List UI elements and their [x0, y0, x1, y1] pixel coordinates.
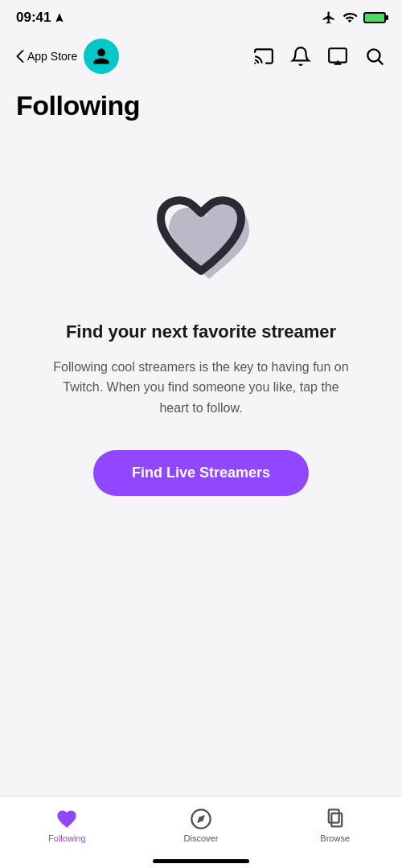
user-icon	[92, 47, 111, 66]
time-label: 09:41	[16, 10, 51, 26]
page-title-section: Following	[0, 84, 402, 134]
find-live-streamers-button[interactable]: Find Live Streamers	[93, 450, 309, 496]
following-tab-label: Following	[48, 833, 85, 843]
search-icon	[364, 46, 385, 67]
tab-discover[interactable]: Discover	[134, 805, 269, 843]
tab-browse[interactable]: Browse	[268, 805, 402, 843]
discover-tab-icon	[190, 808, 212, 830]
browse-icon	[324, 808, 347, 830]
bell-icon	[290, 46, 311, 67]
nav-bar: App Store	[0, 32, 402, 84]
heart-illustration	[137, 182, 265, 295]
notification-button[interactable]	[289, 45, 312, 68]
message-button[interactable]	[326, 45, 349, 68]
cast-button[interactable]	[252, 45, 275, 68]
svg-marker-4	[197, 815, 205, 823]
description: Following cool streamers is the key to h…	[48, 357, 354, 419]
status-bar: 09:41	[0, 0, 402, 32]
status-time: 09:41	[16, 10, 65, 26]
main-content: Find your next favorite streamer Followi…	[0, 134, 402, 512]
heart-icon-svg	[137, 182, 265, 295]
location-arrow-icon	[54, 12, 65, 23]
back-label: App Store	[27, 50, 77, 63]
home-indicator	[153, 859, 249, 863]
wifi-icon	[343, 10, 357, 25]
back-arrow-icon	[16, 50, 24, 63]
search-button[interactable]	[363, 45, 386, 68]
tab-following[interactable]: Following	[0, 805, 134, 843]
nav-left: App Store	[16, 39, 119, 74]
status-icons	[322, 10, 386, 25]
browse-tab-label: Browse	[320, 833, 350, 843]
tab-bar: Following Discover Browse	[0, 796, 402, 868]
message-icon	[327, 46, 348, 67]
compass-icon	[190, 808, 212, 830]
svg-rect-5	[329, 809, 339, 822]
cast-icon	[253, 46, 274, 67]
heart-tab-icon	[55, 808, 78, 830]
subtitle: Find your next favorite streamer	[66, 321, 336, 344]
svg-point-0	[254, 63, 256, 64]
nav-icons	[252, 45, 386, 68]
svg-rect-6	[331, 813, 342, 826]
battery-icon	[363, 12, 386, 23]
browse-tab-icon	[324, 808, 347, 830]
discover-tab-label: Discover	[184, 833, 219, 843]
avatar[interactable]	[84, 39, 119, 74]
page-title: Following	[16, 90, 386, 121]
airplane-icon	[322, 10, 336, 25]
svg-rect-1	[329, 48, 347, 62]
back-button[interactable]: App Store	[16, 50, 77, 63]
following-tab-icon	[55, 808, 78, 830]
